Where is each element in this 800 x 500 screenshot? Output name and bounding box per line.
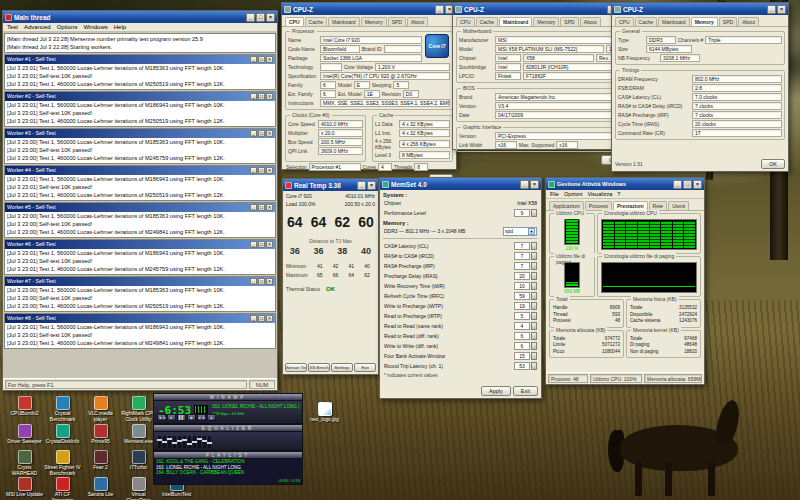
desktop-icon[interactable]: RightMark CPU Clock Utility [120, 396, 157, 422]
eq-slider[interactable] [158, 436, 161, 448]
spinner[interactable] [531, 302, 537, 310]
maximize-button[interactable]: □ [683, 180, 692, 189]
menu-windows[interactable]: Windows [83, 24, 107, 30]
close-button[interactable]: × [693, 180, 702, 189]
close-button[interactable]: × [266, 315, 273, 322]
worker-titlebar[interactable]: Worker #2 - Self-Test_□× [5, 92, 275, 101]
close-button[interactable]: × [266, 204, 273, 211]
desktop-icon[interactable]: VLC media player [82, 396, 119, 422]
spinner[interactable] [531, 209, 537, 217]
tab-networking[interactable]: Rete [649, 201, 668, 210]
maximize-button[interactable]: □ [258, 315, 265, 322]
spinner[interactable] [531, 332, 537, 340]
spinner[interactable] [531, 322, 537, 330]
close-button[interactable]: × [266, 13, 275, 22]
minimize-button[interactable]: _ [673, 180, 682, 189]
minimize-button[interactable]: _ [520, 180, 529, 189]
menu-options[interactable]: Opzioni [564, 191, 583, 197]
tab-processes[interactable]: Processi [585, 201, 612, 210]
spinner[interactable] [531, 362, 537, 370]
close-button[interactable]: × [266, 93, 273, 100]
minimize-button[interactable]: _ [767, 5, 776, 14]
tab-spd[interactable]: SPD [719, 17, 737, 26]
maximize-button[interactable]: □ [258, 130, 265, 137]
apply-button[interactable]: Apply [481, 386, 511, 396]
worker-titlebar[interactable]: Worker #8 - Self-Test_□× [5, 314, 275, 323]
close-button[interactable]: × [777, 5, 786, 14]
menu-help[interactable]: ? [617, 191, 620, 197]
minimize-button[interactable]: _ [250, 241, 257, 248]
maximize-button[interactable]: □ [258, 241, 265, 248]
desktop-icon[interactable]: Fear 2 [82, 450, 119, 471]
tab-cpu[interactable]: CPU [615, 17, 634, 26]
cpuz-titlebar[interactable]: CPU-Z _× [282, 3, 456, 15]
worker-titlebar[interactable]: Worker #4 - Self-Test_□× [5, 166, 275, 175]
eq-slider[interactable] [178, 436, 181, 448]
settings-button[interactable]: Settings [331, 363, 353, 372]
realtemp-titlebar[interactable]: Real Temp 3.36 _× [283, 179, 378, 191]
eq-slider[interactable] [168, 436, 171, 448]
pause-button[interactable]: ▌▌ [177, 414, 186, 421]
exit-button[interactable]: Exit [513, 386, 538, 396]
close-button[interactable]: × [266, 167, 273, 174]
spinner[interactable] [531, 342, 537, 350]
eject-button[interactable]: ▲ [207, 414, 216, 421]
desktop-icon[interactable]: Memtest.exe [120, 424, 157, 445]
tab-applications[interactable]: Applicazioni [549, 201, 584, 210]
worker-titlebar[interactable]: Worker #5 - Self-Test_□× [5, 203, 275, 212]
spinner[interactable] [531, 282, 537, 290]
tab-spd[interactable]: SPD [560, 17, 578, 26]
playlist-titlebar[interactable]: PLAYLIST [153, 451, 303, 458]
desktop-icon[interactable]: Driver Sweeper [6, 424, 43, 445]
menu-test[interactable]: Test [7, 24, 18, 30]
equalizer-titlebar[interactable]: EQUALIZER [153, 424, 303, 431]
play-button[interactable]: ► [167, 414, 176, 421]
tab-about[interactable]: About [580, 17, 601, 26]
maximize-button[interactable]: □ [258, 278, 265, 285]
tab-spd[interactable]: SPD [388, 17, 406, 26]
worker-titlebar[interactable]: Worker #7 - Self-Test_□× [5, 277, 275, 286]
desktop-icon[interactable]: ATI CF Xpression [44, 477, 81, 500]
processor-selection-dropdown[interactable]: Processor #1 [309, 163, 361, 171]
tab-mainboard[interactable]: Mainboard [658, 17, 690, 26]
eq-slider[interactable] [193, 436, 196, 448]
desktop-icon[interactable]: Street Fighter IV Benchmark [44, 450, 81, 476]
playlist-item[interactable]: 164. BILLY OCEAN - CARIBBEAN QUEEN [154, 470, 302, 476]
cpuz-titlebar[interactable]: CPU-Z _× [453, 3, 628, 15]
menu-file[interactable]: File [550, 191, 559, 197]
sensor-test-button[interactable]: Sensor Test [285, 363, 307, 372]
tab-cpu[interactable]: CPU [456, 17, 475, 26]
tab-mainboard[interactable]: Mainboard [328, 17, 360, 26]
minimize-button[interactable]: _ [250, 93, 257, 100]
spinner[interactable] [531, 292, 537, 300]
eq-slider[interactable] [183, 436, 186, 448]
close-button[interactable]: × [530, 180, 539, 189]
close-button[interactable]: × [266, 56, 273, 63]
desktop-icon[interactable]: CrystalDiskInfo [44, 424, 81, 445]
spinner[interactable] [531, 272, 537, 280]
minimize-button[interactable]: _ [357, 181, 366, 190]
eq-slider[interactable] [198, 436, 201, 448]
desktop-icon[interactable]: Prime95 [82, 424, 119, 445]
eq-slider[interactable] [203, 436, 206, 448]
tab-cpu[interactable]: CPU [285, 17, 304, 26]
maximize-button[interactable]: □ [258, 204, 265, 211]
tab-performance[interactable]: Prestazioni [613, 201, 648, 210]
close-button[interactable]: × [367, 181, 376, 190]
worker-titlebar[interactable]: Worker #6 - Self-Test_□× [5, 240, 275, 249]
taskmgr-titlebar[interactable]: Gestione Attività Windows _□× [546, 178, 704, 190]
maximize-button[interactable]: □ [258, 93, 265, 100]
maximize-button[interactable]: □ [256, 13, 265, 22]
desktop-icon[interactable]: Sandra Lite [82, 477, 119, 498]
ok-button[interactable]: OK [761, 159, 785, 169]
minimize-button[interactable]: _ [250, 167, 257, 174]
menu-advanced[interactable]: Advanced [24, 24, 51, 30]
desktop-icon[interactable]: MSI Live Update [6, 477, 43, 498]
spd-dropdown[interactable]: spd▼ [503, 227, 537, 236]
desktop-icon[interactable]: Crystal Benchmark [44, 396, 81, 422]
tab-memory[interactable]: Memory [691, 17, 718, 26]
menu-view[interactable]: Visualizza [588, 191, 613, 197]
desktop-icon[interactable]: Virtual CloneDrive [120, 477, 157, 500]
maximize-button[interactable]: □ [258, 167, 265, 174]
cpuz-titlebar[interactable]: CPU-Z _× [612, 3, 788, 15]
